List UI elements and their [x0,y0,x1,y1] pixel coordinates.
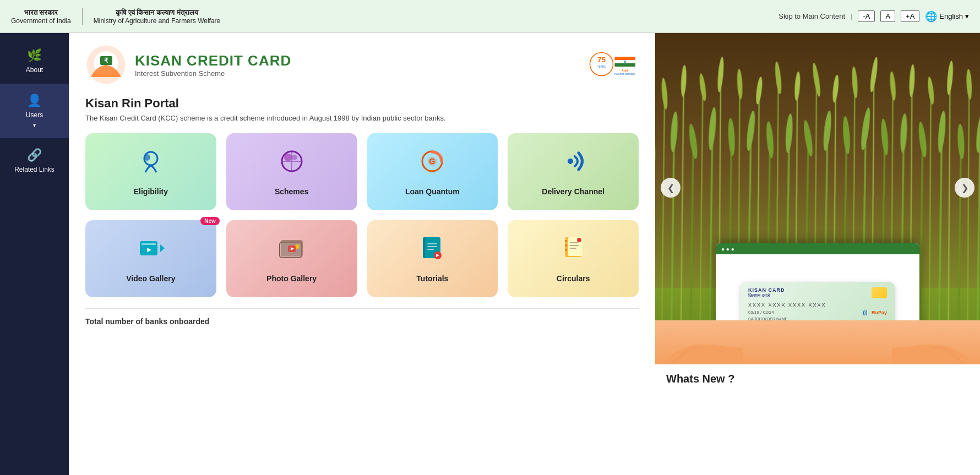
tiles-grid: Eligibility Schemes [85,133,639,297]
sidebar-related-links-label: Related Links [14,166,55,173]
sidebar-item-about[interactable]: 🌿 About [0,39,69,84]
svg-point-14 [144,154,150,161]
language-button[interactable]: 🌐 English ▾ [925,10,969,23]
tile-video-gallery[interactable]: New Video Gallery [85,220,216,297]
tutorials-icon [418,234,446,267]
font-decrease-button[interactable]: -A [858,10,875,22]
svg-point-45 [565,249,567,251]
laptop-bar-text: ● ● ● [721,246,734,252]
tile-schemes-label: Schemes [275,187,308,196]
whats-new-title: Whats New ? [666,373,969,385]
hands-area [655,320,980,364]
sidebar: 🌿 About 👤 Users ▾ 🔗 Related Links [0,33,69,475]
main-layout: 🌿 About 👤 Users ▾ 🔗 Related Links [0,33,980,475]
chevron-left-icon: ❮ [667,183,674,193]
svg-point-21 [568,159,573,164]
tile-tutorials-label: Tutorials [416,274,448,283]
svg-rect-47 [570,245,579,246]
banks-label: Total number of banks onboarded [85,317,209,326]
tile-video-label: Video Gallery [126,274,175,283]
section-divider [85,308,639,309]
svg-point-17 [292,155,297,160]
card-title: KISAN CARD [748,287,785,293]
laptop-top-bar: ● ● ● [716,243,919,254]
card-validity: 03/19 / 02/24 [748,310,774,315]
eligibility-icon [137,148,165,181]
tile-circulars[interactable]: Circulars [508,220,639,297]
svg-rect-36 [427,246,437,247]
tile-delivery-channel[interactable]: Delivery Channel [508,133,639,210]
logo-text: KISAN CREDIT CARD Interest Subvention Sc… [135,52,291,78]
svg-rect-7 [615,57,636,60]
svg-text:G: G [429,157,435,166]
svg-point-10 [624,61,627,63]
right-panel: ● ● ● KISAN CARD किसान कार्ड XXXX XXXX X… [655,33,980,475]
tile-photo-gallery[interactable]: Photo Gallery [226,220,357,297]
svg-rect-37 [427,249,434,250]
logo-subtitle: Interest Subvention Scheme [135,69,291,78]
tile-eligibility[interactable]: Eligibility [85,133,216,210]
svg-point-43 [565,240,567,242]
svg-text:Ka Amrit Mahotsav: Ka Amrit Mahotsav [614,73,636,75]
top-bar: भारत सरकार Government of India कृषि एवं … [0,0,980,33]
card-title-hindi: किसान कार्ड [748,293,785,299]
svg-text:YEARS: YEARS [597,65,606,68]
portal-header: ₹ KISAN CREDIT CARD Interest Subvention … [85,44,639,85]
gov-branding: भारत सरकार Government of India कृषि एवं … [11,8,220,25]
tile-loan-label: Loan Quantum [405,187,460,196]
left-hand-svg [661,326,743,364]
gov-india-title: भारत सरकार Government of India [11,8,71,25]
accessibility-controls: Skip to Main Content | -A A +A 🌐 English… [778,10,969,23]
content-area: ₹ KISAN CREDIT CARD Interest Subvention … [69,33,655,475]
chevron-down-icon: ▾ [965,12,969,20]
svg-point-49 [577,238,581,242]
schemes-icon [278,148,306,181]
svg-rect-9 [615,63,636,67]
skip-link[interactable]: Skip to Main Content [778,12,845,20]
circulars-icon [559,234,587,267]
gov-hindi: भारत सरकार [11,8,71,17]
portal-description: The Kisan Credit Card (KCC) scheme is a … [85,114,639,122]
language-label: English [939,12,963,20]
svg-text:Azadi: Azadi [622,69,628,72]
new-badge: New [200,217,220,225]
svg-rect-46 [570,242,579,243]
azadi-badge: 75 YEARS Azadi Ka Amrit Mahotsav [589,49,639,80]
slider-prev-button[interactable]: ❮ [661,178,680,198]
chevron-right-icon: ❯ [961,183,968,193]
users-icon: 👤 [27,94,42,108]
gov-ministry: कृषि एवं किसान कल्याण मंत्रालय Ministry … [82,8,221,25]
font-normal-button[interactable]: A [880,10,895,22]
tile-schemes[interactable]: Schemes [226,133,357,210]
svg-point-44 [565,244,567,247]
sidebar-item-users[interactable]: 👤 Users ▾ [0,84,69,138]
photo-icon [278,234,306,267]
rupay-label: ))) RuPay [862,310,887,315]
svg-rect-35 [427,243,437,244]
font-increase-button[interactable]: +A [901,10,919,22]
logo-area: ₹ KISAN CREDIT CARD Interest Subvention … [85,44,291,85]
tile-loan-quantum[interactable]: G Loan Quantum [367,133,498,210]
loan-icon: G [418,148,446,181]
banks-section: Total number of banks onboarded [85,317,639,326]
sidebar-users-label: Users [26,111,43,119]
svg-rect-24 [141,243,156,245]
gov-english: Government of India [11,17,71,25]
svg-rect-48 [570,248,576,249]
card-number: XXXX XXXX XXXX XXXX [748,302,887,308]
svg-point-30 [295,244,300,249]
delivery-icon [559,148,587,181]
tile-circulars-label: Circulars [557,274,590,283]
leaf-icon: 🌿 [27,48,42,63]
slider-next-button[interactable]: ❯ [955,178,974,198]
ministry-hindi: कृषि एवं किसान कल्याण मंत्रालय [94,8,221,17]
globe-icon: 🌐 [925,10,937,23]
sidebar-item-related-links[interactable]: 🔗 Related Links [0,138,69,183]
svg-marker-23 [160,244,165,252]
tile-photo-label: Photo Gallery [266,274,317,283]
sidebar-about-label: About [26,66,43,74]
users-dropdown-icon: ▾ [33,122,36,128]
logo-title: KISAN CREDIT CARD [135,52,291,69]
tile-tutorials[interactable]: Tutorials [367,220,498,297]
ministry-english: Ministry of Agriculture and Farmers Welf… [94,17,221,25]
